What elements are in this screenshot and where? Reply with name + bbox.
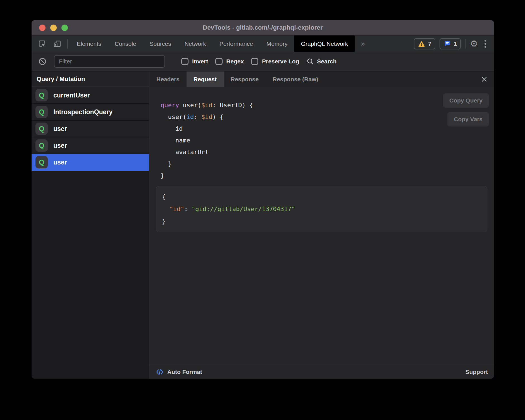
filter-input[interactable] xyxy=(54,55,165,68)
close-window-button[interactable] xyxy=(39,25,46,31)
tab-network[interactable]: Network xyxy=(178,35,213,52)
copy-vars-button[interactable]: Copy Vars xyxy=(447,112,489,127)
invert-checkbox[interactable] xyxy=(181,58,188,65)
issues-badge[interactable]: 1 xyxy=(440,38,461,49)
close-detail-button[interactable] xyxy=(474,71,494,87)
tab-console[interactable]: Console xyxy=(108,35,143,52)
detail-tab-response-raw-[interactable]: Response (Raw) xyxy=(266,71,325,87)
search-label: Search xyxy=(317,58,337,65)
tab-elements[interactable]: Elements xyxy=(70,35,108,52)
query-variables-box: { "id": "gid://gitlab/User/13704317"} xyxy=(156,186,487,232)
query-name-label: user xyxy=(53,125,67,133)
detail-tab-headers[interactable]: Headers xyxy=(149,71,187,87)
traffic-lights xyxy=(39,20,68,35)
query-list-panel: Query / Mutation QcurrentUserQIntrospect… xyxy=(32,71,149,379)
query-name-label: currentUser xyxy=(53,92,90,99)
support-link[interactable]: Support xyxy=(466,369,488,375)
preserve-log-checkbox[interactable] xyxy=(251,58,258,65)
query-name-label: user xyxy=(53,142,67,149)
preserve-log-label: Preserve Log xyxy=(262,58,299,65)
detail-footer: Auto Format Support xyxy=(149,365,494,379)
query-list-header: Query / Mutation xyxy=(32,71,149,87)
code-line: "id": "gid://gitlab/User/13704317" xyxy=(162,203,481,215)
window-title: DevTools - gitlab.com/-/graphql-explorer xyxy=(203,24,323,31)
main-content: Query / Mutation QcurrentUserQIntrospect… xyxy=(32,71,494,379)
code-line: } xyxy=(161,158,494,170)
query-list-item[interactable]: Quser xyxy=(32,137,149,154)
panel-tabs: ElementsConsoleSourcesNetworkPerformance… xyxy=(70,35,355,52)
query-list-item[interactable]: QIntrospectionQuery xyxy=(32,104,149,121)
query-list-item[interactable]: Quser xyxy=(32,154,149,171)
tab-performance[interactable]: Performance xyxy=(213,35,260,52)
minimize-window-button[interactable] xyxy=(50,25,57,31)
request-detail-panel: HeadersRequestResponseResponse (Raw) que… xyxy=(149,71,494,379)
code-line: } xyxy=(162,215,481,228)
detail-tab-response[interactable]: Response xyxy=(224,71,266,87)
inspect-element-icon[interactable] xyxy=(38,39,47,48)
query-list-item[interactable]: QcurrentUser xyxy=(32,87,149,104)
tab-sources[interactable]: Sources xyxy=(143,35,178,52)
detail-tab-bar: HeadersRequestResponseResponse (Raw) xyxy=(149,71,494,87)
query-type-badge: Q xyxy=(35,106,48,118)
kebab-menu-icon[interactable] xyxy=(482,40,488,48)
code-line: name xyxy=(161,135,494,146)
regex-checkbox-group[interactable]: Regex xyxy=(215,58,244,65)
warning-count: 7 xyxy=(428,40,431,47)
query-type-badge: Q xyxy=(35,89,48,101)
auto-format-toggle[interactable]: Auto Format xyxy=(156,368,202,376)
filter-toolbar: Invert Regex Preserve Log Search xyxy=(32,52,494,71)
query-name-label: user xyxy=(53,159,67,166)
devtools-tab-strip: ElementsConsoleSourcesNetworkPerformance… xyxy=(32,35,494,52)
request-body: query user($id: UserID) { user(id: $id) … xyxy=(149,87,494,365)
more-tabs-icon[interactable]: » xyxy=(355,35,371,52)
query-list: QcurrentUserQIntrospectionQueryQuserQuse… xyxy=(32,87,149,171)
search-icon xyxy=(306,58,314,65)
query-name-label: IntrospectionQuery xyxy=(53,108,113,116)
block-requests-icon[interactable] xyxy=(38,57,47,66)
settings-gear-icon[interactable]: ⚙ xyxy=(470,39,478,48)
toolbar-separator xyxy=(67,39,68,49)
detail-tab-request[interactable]: Request xyxy=(187,71,224,87)
regex-label: Regex xyxy=(226,58,244,65)
warnings-badge[interactable]: 7 xyxy=(414,38,435,49)
code-line: avatarUrl xyxy=(161,146,494,158)
query-list-item[interactable]: Quser xyxy=(32,121,149,137)
code-brackets-icon xyxy=(156,368,164,376)
query-type-badge: Q xyxy=(35,139,48,152)
zoom-window-button[interactable] xyxy=(61,25,68,31)
regex-checkbox[interactable] xyxy=(215,58,223,65)
tab-graphql-network[interactable]: GraphQL Network xyxy=(294,35,355,52)
copy-query-button[interactable]: Copy Query xyxy=(443,93,489,108)
search-button[interactable]: Search xyxy=(306,58,337,65)
device-toolbar-icon[interactable] xyxy=(53,39,62,48)
invert-checkbox-group[interactable]: Invert xyxy=(181,58,208,65)
query-type-badge: Q xyxy=(35,123,48,135)
query-type-badge: Q xyxy=(35,156,48,168)
auto-format-label: Auto Format xyxy=(167,369,202,375)
issues-count: 1 xyxy=(454,40,457,47)
warning-icon xyxy=(418,40,425,47)
code-line: } xyxy=(161,170,494,182)
code-line: { xyxy=(162,191,481,203)
devtools-window: DevTools - gitlab.com/-/graphql-explorer… xyxy=(32,20,494,379)
invert-label: Invert xyxy=(192,58,208,65)
preserve-log-checkbox-group[interactable]: Preserve Log xyxy=(251,58,299,65)
tab-memory[interactable]: Memory xyxy=(260,35,294,52)
close-icon xyxy=(481,76,488,83)
chat-icon xyxy=(443,40,451,47)
strip-right-separator xyxy=(465,39,466,49)
title-bar: DevTools - gitlab.com/-/graphql-explorer xyxy=(32,20,494,35)
